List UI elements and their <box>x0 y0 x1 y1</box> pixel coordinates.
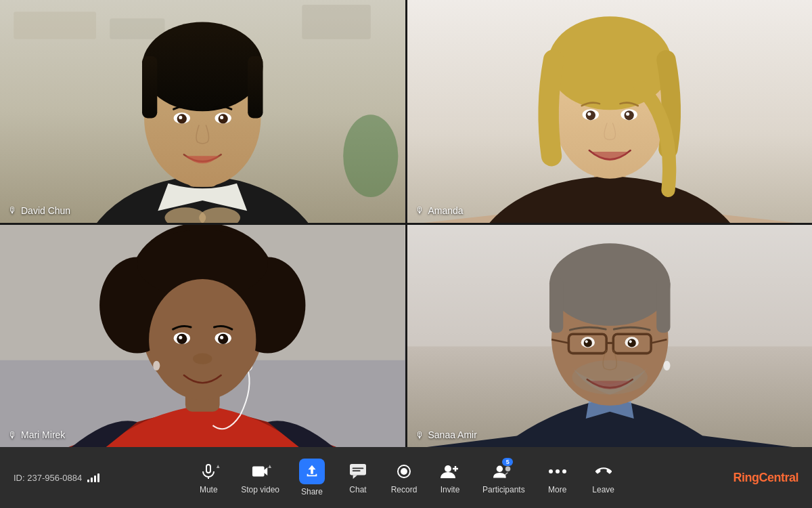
svg-rect-3 <box>302 5 370 39</box>
svg-point-81 <box>556 469 560 473</box>
mute-button[interactable]: ▲ Mute <box>187 455 230 500</box>
svg-point-43 <box>177 333 187 343</box>
svg-point-27 <box>585 110 595 120</box>
svg-point-66 <box>629 340 631 343</box>
svg-point-79 <box>505 467 511 472</box>
invite-icon-area <box>439 461 461 482</box>
mute-caret: ▲ <box>215 463 221 469</box>
svg-point-13 <box>177 114 187 123</box>
participant-name-sanaa: 🎙 Sanaa Amir <box>415 429 477 440</box>
svg-point-82 <box>562 469 566 473</box>
stop-video-button[interactable]: ▲ Stop video <box>233 455 288 500</box>
participant-video-amanda <box>407 0 813 223</box>
toolbar-controls: ▲ Mute ▲ Stop video Share <box>14 453 798 502</box>
svg-point-67 <box>572 360 648 394</box>
participant-name-mari: 🎙 Mari Mirek <box>8 429 65 440</box>
meeting-id: ID: 237-956-0884 <box>14 473 99 483</box>
svg-point-4 <box>343 114 398 197</box>
invite-icon <box>441 463 459 480</box>
leave-button[interactable]: Leave <box>582 455 625 500</box>
svg-point-8 <box>142 22 263 111</box>
chat-button[interactable]: Chat <box>336 455 380 500</box>
stop-video-icon-area: ▲ <box>250 461 271 482</box>
svg-point-63 <box>583 339 591 347</box>
svg-point-16 <box>220 116 223 119</box>
svg-point-29 <box>587 112 591 116</box>
signal-bar-1 <box>87 480 89 482</box>
participants-icon-area: 5 <box>493 461 514 482</box>
svg-point-78 <box>497 466 503 472</box>
video-tile-sanaa: 🎙 Sanaa Amir <box>407 225 813 448</box>
mic-icon-amanda: 🎙 <box>415 205 424 215</box>
svg-point-40 <box>149 279 256 400</box>
mic-icon-david: 🎙 <box>8 205 17 215</box>
svg-point-64 <box>627 339 635 347</box>
svg-rect-71 <box>353 467 364 469</box>
share-button[interactable]: Share <box>290 453 334 502</box>
svg-marker-70 <box>353 475 357 480</box>
participants-button[interactable]: 5 Participants <box>474 455 533 500</box>
signal-bar-4 <box>97 473 99 482</box>
video-tile-david: 🎙 David Chun <box>0 0 405 223</box>
share-icon-area <box>299 459 325 484</box>
ringcentral-logo: RingCentral <box>733 471 798 485</box>
svg-point-80 <box>549 469 553 473</box>
svg-point-28 <box>624 110 633 120</box>
mic-icon-mari: 🎙 <box>8 430 17 440</box>
more-icon-area <box>547 461 568 482</box>
svg-rect-69 <box>350 464 366 475</box>
svg-point-53 <box>549 243 670 326</box>
svg-rect-10 <box>248 56 263 118</box>
signal-strength <box>87 473 99 482</box>
svg-rect-72 <box>353 470 361 471</box>
svg-point-30 <box>626 112 629 116</box>
participant-name-david: 🎙 David Chun <box>8 205 70 216</box>
mute-label: Mute <box>200 485 218 494</box>
svg-point-44 <box>218 333 228 343</box>
svg-point-14 <box>219 114 228 123</box>
svg-point-46 <box>220 335 223 339</box>
svg-rect-9 <box>142 56 157 118</box>
invite-button[interactable]: Invite <box>428 455 472 500</box>
video-tile-amanda: 🎙 Amanda <box>407 0 813 223</box>
record-button[interactable]: Record <box>382 455 426 500</box>
video-grid: 🎙 David Chun <box>0 0 812 447</box>
stop-video-caret: ▲ <box>267 463 273 469</box>
chat-label: Chat <box>349 485 366 494</box>
svg-point-65 <box>585 340 587 343</box>
invite-label: Invite <box>441 485 460 494</box>
participant-video-mari <box>0 225 405 448</box>
participants-icon <box>493 463 514 480</box>
more-icon <box>548 463 567 480</box>
share-label: Share <box>301 487 323 496</box>
more-button[interactable]: More <box>536 455 579 500</box>
stop-video-label: Stop video <box>241 485 279 494</box>
chat-icon <box>349 463 367 480</box>
record-icon <box>396 463 412 480</box>
participants-badge: 5 <box>502 458 513 466</box>
mic-icon <box>200 463 217 480</box>
svg-point-48 <box>153 360 160 370</box>
svg-rect-54 <box>549 278 562 333</box>
svg-point-15 <box>179 116 182 119</box>
share-icon <box>304 464 319 479</box>
svg-rect-2 <box>110 18 164 39</box>
svg-point-68 <box>663 360 670 370</box>
participant-video-david <box>0 0 405 223</box>
record-label: Record <box>391 485 418 494</box>
mute-icon-area: ▲ <box>198 461 219 482</box>
phone-end-icon <box>595 463 612 480</box>
record-icon-area <box>393 461 415 482</box>
leave-icon-area <box>593 461 614 482</box>
participants-label: Participants <box>482 485 525 494</box>
signal-bar-3 <box>94 475 96 482</box>
svg-rect-1 <box>14 12 96 39</box>
svg-point-47 <box>193 353 212 364</box>
participant-name-amanda: 🎙 Amanda <box>415 205 464 216</box>
toolbar: ID: 237-956-0884 ▲ Mute <box>0 447 812 508</box>
signal-bar-2 <box>91 478 93 482</box>
more-label: More <box>548 485 566 494</box>
video-tile-mari: 🎙 Mari Mirek <box>0 225 405 448</box>
svg-point-74 <box>401 468 407 475</box>
mic-icon-sanaa: 🎙 <box>415 430 424 440</box>
